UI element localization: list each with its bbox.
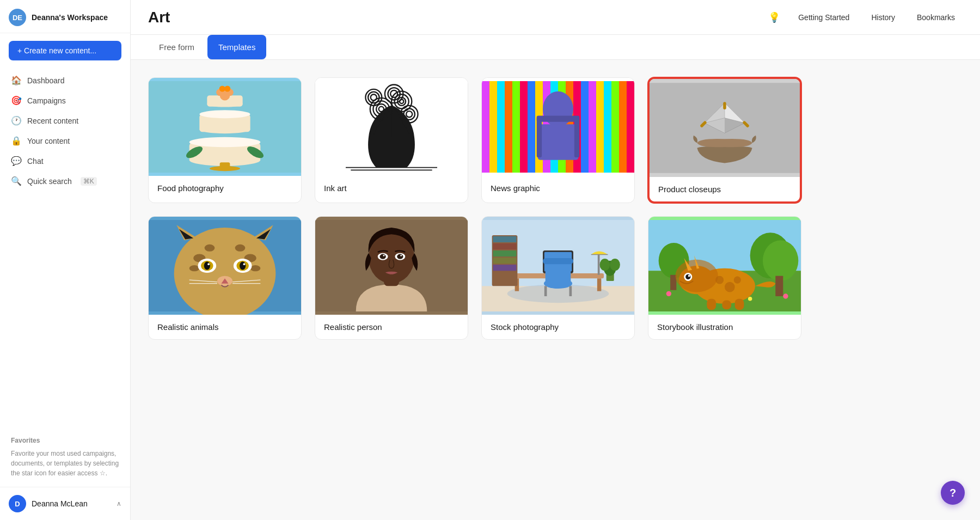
card-label-food: Food photography [149, 176, 301, 200]
svg-rect-46 [512, 81, 520, 173]
svg-rect-65 [574, 117, 579, 157]
sidebar-footer[interactable]: D Deanna McLean ∧ [0, 487, 130, 520]
svg-rect-44 [497, 81, 505, 173]
card-storybook-illustration[interactable]: Storybook illustration [648, 216, 801, 340]
page-title: Art [148, 9, 170, 26]
card-stock-photography[interactable]: Stock photography [481, 216, 635, 340]
svg-rect-135 [544, 286, 547, 296]
sidebar-item-chat[interactable]: 💬 Chat [0, 151, 130, 171]
svg-rect-147 [775, 276, 783, 296]
svg-rect-134 [543, 258, 573, 264]
sidebar-item-label: Campaigns [27, 96, 66, 105]
svg-point-164 [666, 291, 671, 296]
svg-point-153 [715, 276, 724, 284]
sidebar-item-dashboard[interactable]: 🏠 Dashboard [0, 70, 130, 90]
svg-point-89 [189, 265, 200, 271]
light-icon-button[interactable]: 💡 [764, 8, 784, 27]
svg-rect-42 [482, 81, 489, 173]
topbar: Art 💡 Getting Started History Bookmarks [131, 0, 980, 35]
svg-rect-163 [735, 299, 744, 310]
help-button[interactable]: ? [941, 481, 965, 505]
svg-rect-64 [537, 117, 542, 157]
workspace-name: Deanna's Workspace [32, 13, 108, 22]
svg-point-98 [243, 263, 246, 265]
card-label-storybook: Storybook illustration [648, 315, 801, 339]
card-image-product [650, 79, 800, 177]
sidebar-header: DE Deanna's Workspace [0, 0, 130, 33]
sidebar: DE Deanna's Workspace + Create new conte… [0, 0, 131, 520]
create-new-button[interactable]: + Create new content... [9, 41, 121, 60]
tab-free-form[interactable]: Free form [148, 35, 205, 59]
svg-rect-59 [611, 81, 619, 173]
svg-rect-137 [598, 254, 600, 274]
svg-rect-57 [596, 81, 604, 173]
gallery-grid: Food photography [148, 77, 801, 340]
svg-rect-128 [493, 243, 517, 249]
svg-point-13 [224, 85, 230, 91]
chat-icon: 💬 [11, 156, 22, 166]
your-content-icon: 🔒 [11, 136, 22, 146]
card-label-news: News graphic [482, 176, 634, 200]
svg-point-112 [380, 254, 386, 259]
getting-started-button[interactable]: Getting Started [791, 9, 857, 26]
svg-point-141 [610, 259, 620, 271]
card-label-stock: Stock photography [482, 315, 634, 339]
svg-rect-136 [569, 286, 572, 296]
svg-rect-162 [722, 300, 731, 309]
quick-search-icon: 🔍 [11, 176, 22, 186]
svg-point-155 [734, 277, 741, 284]
svg-point-160 [688, 275, 690, 277]
svg-point-159 [685, 274, 690, 279]
tab-bar: Free form Templates [131, 35, 980, 60]
quick-search-badge: ⌘K [81, 177, 97, 186]
favorites-section: Favorites Favorite your most used campai… [0, 428, 130, 487]
svg-point-6 [199, 110, 250, 118]
svg-point-95 [204, 262, 210, 270]
card-realistic-person[interactable]: Realistic person [315, 216, 468, 340]
sidebar-item-your-content[interactable]: 🔒 Your content [0, 131, 130, 151]
dashboard-icon: 🏠 [11, 75, 22, 85]
card-image-news [482, 78, 634, 176]
card-food-photography[interactable]: Food photography [148, 77, 302, 203]
svg-rect-63 [538, 124, 579, 160]
svg-point-166 [748, 297, 752, 301]
svg-point-15 [210, 166, 240, 171]
card-product-closeups[interactable]: Product closeups [648, 77, 801, 203]
svg-rect-61 [627, 81, 634, 173]
card-image-person [315, 217, 468, 315]
campaigns-icon: 🎯 [11, 95, 22, 106]
card-news-graphic[interactable]: News graphic [481, 77, 635, 203]
svg-rect-55 [581, 81, 589, 173]
svg-point-146 [763, 240, 798, 281]
sidebar-item-label: Recent content [27, 117, 78, 125]
user-avatar: D [9, 495, 26, 512]
svg-rect-130 [493, 258, 517, 264]
history-button[interactable]: History [863, 9, 903, 26]
svg-point-96 [240, 262, 246, 270]
sidebar-item-label: Dashboard [27, 76, 65, 85]
bookmarks-button[interactable]: Bookmarks [909, 9, 963, 26]
card-realistic-animals[interactable]: Realistic animals [148, 216, 302, 340]
user-name: Deanna McLean [32, 499, 111, 508]
tab-templates[interactable]: Templates [207, 35, 266, 59]
card-label-product: Product closeups [650, 177, 800, 201]
card-label-person: Realistic person [315, 315, 468, 339]
svg-point-90 [250, 265, 261, 271]
favorites-title: Favorites [11, 437, 119, 444]
svg-rect-127 [493, 236, 517, 242]
topbar-actions: 💡 Getting Started History Bookmarks [764, 8, 963, 27]
sidebar-item-campaigns[interactable]: 🎯 Campaigns [0, 90, 130, 111]
favorites-description: Favorite your most used campaigns, docum… [11, 449, 119, 478]
main-content: Art 💡 Getting Started History Bookmarks … [131, 0, 980, 520]
sidebar-item-recent-content[interactable]: 🕐 Recent content [0, 111, 130, 131]
svg-rect-45 [505, 81, 512, 173]
sidebar-item-quick-search[interactable]: 🔍 Quick search ⌘K [0, 171, 130, 191]
svg-point-88 [235, 244, 246, 252]
svg-point-115 [400, 255, 402, 256]
chevron-up-icon: ∧ [117, 500, 121, 507]
svg-point-165 [783, 293, 788, 298]
svg-rect-121 [597, 278, 601, 291]
sidebar-item-label: Quick search [27, 177, 72, 186]
card-ink-art[interactable]: Ink art [315, 77, 468, 203]
svg-rect-56 [589, 81, 596, 173]
